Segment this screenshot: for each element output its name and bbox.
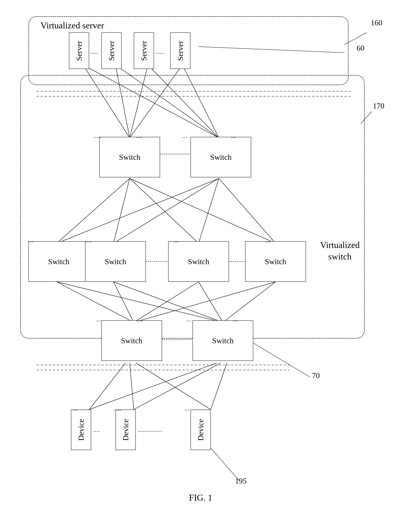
device-node-1: Device (71, 410, 91, 450)
device-dots-2: ··············· (138, 428, 162, 435)
virtualized-switch-box (20, 75, 365, 339)
device-node-3: Device (190, 410, 211, 450)
server-dots-1: ····· (90, 50, 98, 57)
diagram-container: Virtualized server Virtualized switch 16… (16, 12, 385, 515)
server-node-3: Server (134, 32, 154, 69)
top-switch-2: Switch (190, 137, 251, 177)
top-sw2-top-dots: ··· (182, 134, 187, 141)
svg-line-35 (136, 363, 211, 410)
bot-switch-2: Switch (193, 320, 253, 361)
top-switch-1: Switch (99, 137, 160, 177)
bot-switch-1: Switch (101, 320, 162, 361)
ref-170: 170 (373, 101, 384, 110)
svg-line-43 (211, 448, 239, 481)
device-dots-1: ···· (93, 428, 100, 435)
server-dots-2: ····· (156, 50, 164, 57)
dev2-top-dots: ····· (113, 406, 122, 414)
virtualized-server-label: Virtualized server (41, 20, 104, 31)
device-node-2: Device (115, 410, 136, 450)
dev3-top-dots: ··· (184, 406, 189, 414)
top-sw2-right-dots: ··· (231, 134, 236, 141)
bot-sw2-top-dots: ··· (186, 317, 191, 325)
svg-line-38 (211, 363, 227, 410)
mid-switch-1: Switch (28, 241, 89, 282)
mid-sw3-top-dots: ··· (174, 238, 179, 246)
mid-switch-4: Switch (245, 241, 306, 282)
mid-sw1-top-dots: ··· (28, 238, 33, 246)
top-sw-mid-dots: ···· (136, 134, 142, 141)
virtualized-switch-label: Virtualized switch (320, 239, 360, 262)
bot-sw2-right-dots: ··· (233, 317, 238, 325)
ref-195: 195 (235, 476, 247, 485)
ref-70: 70 (312, 371, 320, 380)
server-node-4: Server (170, 32, 190, 69)
top-sw1-top-dots: ····· (93, 134, 101, 141)
server-node-1: Server (69, 32, 89, 69)
dev1-top-dots: ··· (73, 406, 78, 414)
figure-label: FIG. 1 (189, 493, 212, 503)
bot-sw-mid-dots: ···· (136, 317, 142, 325)
bot-sw1-top-dots: ··· (96, 317, 101, 325)
ref-160: 160 (371, 18, 382, 27)
mid-sw4-top-dots: ··· (265, 238, 270, 246)
server-node-2: Server (101, 32, 122, 69)
mid-switch-3: Switch (168, 241, 229, 282)
ref-60: 60 (357, 44, 364, 52)
svg-line-34 (130, 363, 134, 410)
svg-line-36 (89, 363, 217, 410)
mid-switch-2: Switch (85, 241, 146, 282)
mid-sw2-top-dots: ···· (85, 238, 92, 246)
svg-line-33 (89, 363, 126, 410)
svg-line-37 (134, 363, 221, 410)
